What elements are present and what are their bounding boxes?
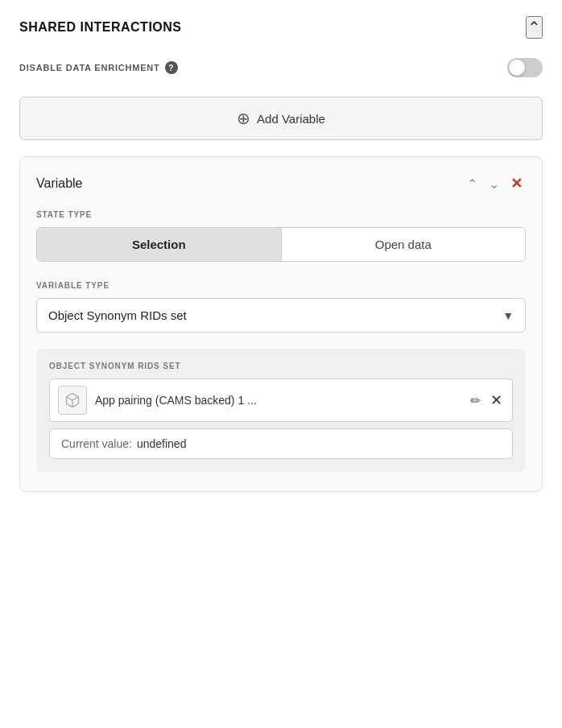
disable-enrichment-row: DISABLE DATA ENRICHMENT ? bbox=[19, 58, 543, 77]
move-up-button[interactable]: ⌃ bbox=[464, 175, 481, 193]
state-type-label: STATE TYPE bbox=[36, 210, 526, 219]
object-item-label: App pairing (CAMS backed) 1 ... bbox=[95, 394, 461, 407]
state-selection-button[interactable]: Selection bbox=[37, 228, 282, 261]
variable-card-title: Variable bbox=[36, 176, 83, 191]
state-open-data-button[interactable]: Open data bbox=[282, 228, 526, 261]
plus-circle-icon: ⊕ bbox=[237, 109, 250, 128]
variable-type-section: VARIABLE TYPE Object Synonym RIDs set ▼ bbox=[36, 281, 526, 333]
object-item-row: App pairing (CAMS backed) 1 ... ✏ ✕ bbox=[49, 378, 513, 422]
collapse-button[interactable]: ⌃ bbox=[526, 16, 543, 39]
delete-variable-button[interactable]: ✕ bbox=[507, 173, 526, 194]
current-value-row: Current value: undefined bbox=[49, 428, 513, 459]
current-value-label: Current value: bbox=[61, 437, 132, 450]
toggle-slider bbox=[507, 58, 543, 77]
variable-type-dropdown[interactable]: Object Synonym RIDs set ▼ bbox=[36, 298, 526, 333]
object-row-actions: ✏ ✕ bbox=[469, 390, 504, 411]
add-variable-button[interactable]: ⊕ Add Variable bbox=[19, 97, 543, 140]
state-type-toggle: Selection Open data bbox=[36, 227, 526, 262]
help-icon[interactable]: ? bbox=[165, 61, 178, 74]
variable-card: Variable ⌃ ⌄ ✕ STATE TYPE Selection Open… bbox=[19, 156, 543, 492]
object-synonym-section: OBJECT SYNONYM RIDS SET App pairing (CAM… bbox=[36, 349, 526, 472]
card-actions: ⌃ ⌄ ✕ bbox=[464, 173, 526, 194]
obj-section-label: OBJECT SYNONYM RIDS SET bbox=[49, 362, 513, 370]
edit-object-button[interactable]: ✏ bbox=[469, 391, 482, 410]
move-down-button[interactable]: ⌄ bbox=[486, 175, 502, 193]
variable-type-selected: Object Synonym RIDs set bbox=[48, 308, 187, 322]
disable-enrichment-label: DISABLE DATA ENRICHMENT ? bbox=[19, 61, 178, 74]
page-title: SHARED INTERACTIONS bbox=[19, 20, 182, 35]
variable-card-header: Variable ⌃ ⌄ ✕ bbox=[36, 173, 526, 194]
remove-object-button[interactable]: ✕ bbox=[489, 390, 504, 411]
dropdown-arrow-icon: ▼ bbox=[502, 309, 514, 322]
header: SHARED INTERACTIONS ⌃ bbox=[19, 16, 543, 39]
add-variable-label: Add Variable bbox=[257, 112, 325, 126]
variable-type-label: VARIABLE TYPE bbox=[36, 281, 526, 290]
object-icon bbox=[58, 386, 87, 415]
disable-enrichment-toggle[interactable] bbox=[507, 58, 543, 77]
current-value: undefined bbox=[137, 437, 187, 450]
